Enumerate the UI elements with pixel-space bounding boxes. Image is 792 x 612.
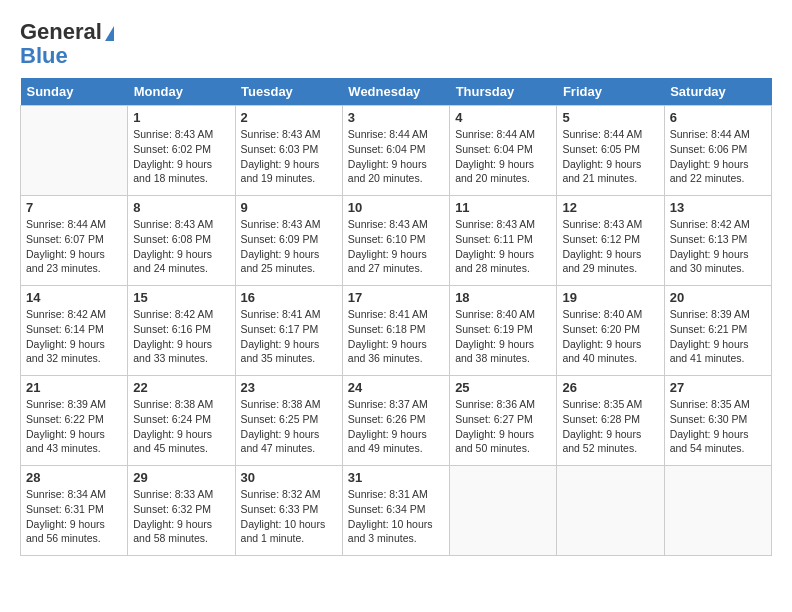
- date-number: 31: [348, 470, 444, 485]
- date-number: 5: [562, 110, 658, 125]
- cell-info: Sunrise: 8:44 AM Sunset: 6:05 PM Dayligh…: [562, 127, 658, 186]
- calendar-cell: 23Sunrise: 8:38 AM Sunset: 6:25 PM Dayli…: [235, 376, 342, 466]
- cell-info: Sunrise: 8:32 AM Sunset: 6:33 PM Dayligh…: [241, 487, 337, 546]
- date-number: 23: [241, 380, 337, 395]
- date-number: 12: [562, 200, 658, 215]
- cell-info: Sunrise: 8:33 AM Sunset: 6:32 PM Dayligh…: [133, 487, 229, 546]
- calendar-cell: 28Sunrise: 8:34 AM Sunset: 6:31 PM Dayli…: [21, 466, 128, 556]
- calendar-cell: 5Sunrise: 8:44 AM Sunset: 6:05 PM Daylig…: [557, 106, 664, 196]
- cell-info: Sunrise: 8:42 AM Sunset: 6:16 PM Dayligh…: [133, 307, 229, 366]
- cell-info: Sunrise: 8:44 AM Sunset: 6:04 PM Dayligh…: [348, 127, 444, 186]
- date-number: 25: [455, 380, 551, 395]
- cell-info: Sunrise: 8:43 AM Sunset: 6:10 PM Dayligh…: [348, 217, 444, 276]
- calendar-cell: 24Sunrise: 8:37 AM Sunset: 6:26 PM Dayli…: [342, 376, 449, 466]
- date-number: 10: [348, 200, 444, 215]
- date-number: 19: [562, 290, 658, 305]
- date-number: 3: [348, 110, 444, 125]
- day-header-wednesday: Wednesday: [342, 78, 449, 106]
- week-row-4: 21Sunrise: 8:39 AM Sunset: 6:22 PM Dayli…: [21, 376, 772, 466]
- calendar-cell: 11Sunrise: 8:43 AM Sunset: 6:11 PM Dayli…: [450, 196, 557, 286]
- date-number: 27: [670, 380, 766, 395]
- calendar-cell: 26Sunrise: 8:35 AM Sunset: 6:28 PM Dayli…: [557, 376, 664, 466]
- date-number: 9: [241, 200, 337, 215]
- calendar-cell: [21, 106, 128, 196]
- cell-info: Sunrise: 8:41 AM Sunset: 6:17 PM Dayligh…: [241, 307, 337, 366]
- cell-info: Sunrise: 8:40 AM Sunset: 6:19 PM Dayligh…: [455, 307, 551, 366]
- cell-info: Sunrise: 8:43 AM Sunset: 6:11 PM Dayligh…: [455, 217, 551, 276]
- calendar-cell: 3Sunrise: 8:44 AM Sunset: 6:04 PM Daylig…: [342, 106, 449, 196]
- calendar-cell: 15Sunrise: 8:42 AM Sunset: 6:16 PM Dayli…: [128, 286, 235, 376]
- calendar-cell: 14Sunrise: 8:42 AM Sunset: 6:14 PM Dayli…: [21, 286, 128, 376]
- cell-info: Sunrise: 8:43 AM Sunset: 6:09 PM Dayligh…: [241, 217, 337, 276]
- logo: General Blue: [20, 20, 114, 68]
- calendar-table: SundayMondayTuesdayWednesdayThursdayFrid…: [20, 78, 772, 556]
- calendar-cell: 31Sunrise: 8:31 AM Sunset: 6:34 PM Dayli…: [342, 466, 449, 556]
- cell-info: Sunrise: 8:43 AM Sunset: 6:02 PM Dayligh…: [133, 127, 229, 186]
- calendar-cell: 21Sunrise: 8:39 AM Sunset: 6:22 PM Dayli…: [21, 376, 128, 466]
- calendar-cell: 29Sunrise: 8:33 AM Sunset: 6:32 PM Dayli…: [128, 466, 235, 556]
- cell-info: Sunrise: 8:34 AM Sunset: 6:31 PM Dayligh…: [26, 487, 122, 546]
- day-header-friday: Friday: [557, 78, 664, 106]
- calendar-cell: 8Sunrise: 8:43 AM Sunset: 6:08 PM Daylig…: [128, 196, 235, 286]
- date-number: 11: [455, 200, 551, 215]
- date-number: 2: [241, 110, 337, 125]
- calendar-cell: [557, 466, 664, 556]
- cell-info: Sunrise: 8:35 AM Sunset: 6:28 PM Dayligh…: [562, 397, 658, 456]
- day-header-monday: Monday: [128, 78, 235, 106]
- date-number: 16: [241, 290, 337, 305]
- cell-info: Sunrise: 8:43 AM Sunset: 6:08 PM Dayligh…: [133, 217, 229, 276]
- week-row-5: 28Sunrise: 8:34 AM Sunset: 6:31 PM Dayli…: [21, 466, 772, 556]
- calendar-cell: 4Sunrise: 8:44 AM Sunset: 6:04 PM Daylig…: [450, 106, 557, 196]
- calendar-cell: 10Sunrise: 8:43 AM Sunset: 6:10 PM Dayli…: [342, 196, 449, 286]
- week-row-3: 14Sunrise: 8:42 AM Sunset: 6:14 PM Dayli…: [21, 286, 772, 376]
- page-header: General Blue: [20, 20, 772, 68]
- calendar-cell: 20Sunrise: 8:39 AM Sunset: 6:21 PM Dayli…: [664, 286, 771, 376]
- calendar-cell: 16Sunrise: 8:41 AM Sunset: 6:17 PM Dayli…: [235, 286, 342, 376]
- calendar-cell: 2Sunrise: 8:43 AM Sunset: 6:03 PM Daylig…: [235, 106, 342, 196]
- logo-blue-text: Blue: [20, 44, 68, 68]
- calendar-cell: 1Sunrise: 8:43 AM Sunset: 6:02 PM Daylig…: [128, 106, 235, 196]
- calendar-cell: 25Sunrise: 8:36 AM Sunset: 6:27 PM Dayli…: [450, 376, 557, 466]
- date-number: 1: [133, 110, 229, 125]
- calendar-cell: 19Sunrise: 8:40 AM Sunset: 6:20 PM Dayli…: [557, 286, 664, 376]
- day-header-sunday: Sunday: [21, 78, 128, 106]
- date-number: 26: [562, 380, 658, 395]
- cell-info: Sunrise: 8:40 AM Sunset: 6:20 PM Dayligh…: [562, 307, 658, 366]
- cell-info: Sunrise: 8:41 AM Sunset: 6:18 PM Dayligh…: [348, 307, 444, 366]
- calendar-cell: [450, 466, 557, 556]
- calendar-cell: 6Sunrise: 8:44 AM Sunset: 6:06 PM Daylig…: [664, 106, 771, 196]
- date-number: 24: [348, 380, 444, 395]
- date-number: 7: [26, 200, 122, 215]
- cell-info: Sunrise: 8:42 AM Sunset: 6:14 PM Dayligh…: [26, 307, 122, 366]
- date-number: 29: [133, 470, 229, 485]
- cell-info: Sunrise: 8:44 AM Sunset: 6:06 PM Dayligh…: [670, 127, 766, 186]
- cell-info: Sunrise: 8:43 AM Sunset: 6:03 PM Dayligh…: [241, 127, 337, 186]
- cell-info: Sunrise: 8:37 AM Sunset: 6:26 PM Dayligh…: [348, 397, 444, 456]
- cell-info: Sunrise: 8:44 AM Sunset: 6:04 PM Dayligh…: [455, 127, 551, 186]
- calendar-cell: 22Sunrise: 8:38 AM Sunset: 6:24 PM Dayli…: [128, 376, 235, 466]
- date-number: 30: [241, 470, 337, 485]
- date-number: 17: [348, 290, 444, 305]
- date-number: 22: [133, 380, 229, 395]
- calendar-cell: 17Sunrise: 8:41 AM Sunset: 6:18 PM Dayli…: [342, 286, 449, 376]
- date-number: 20: [670, 290, 766, 305]
- cell-info: Sunrise: 8:38 AM Sunset: 6:25 PM Dayligh…: [241, 397, 337, 456]
- week-row-2: 7Sunrise: 8:44 AM Sunset: 6:07 PM Daylig…: [21, 196, 772, 286]
- cell-info: Sunrise: 8:44 AM Sunset: 6:07 PM Dayligh…: [26, 217, 122, 276]
- calendar-cell: 13Sunrise: 8:42 AM Sunset: 6:13 PM Dayli…: [664, 196, 771, 286]
- calendar-cell: 30Sunrise: 8:32 AM Sunset: 6:33 PM Dayli…: [235, 466, 342, 556]
- date-number: 18: [455, 290, 551, 305]
- cell-info: Sunrise: 8:36 AM Sunset: 6:27 PM Dayligh…: [455, 397, 551, 456]
- date-number: 13: [670, 200, 766, 215]
- cell-info: Sunrise: 8:42 AM Sunset: 6:13 PM Dayligh…: [670, 217, 766, 276]
- logo-general-text: General: [20, 20, 114, 44]
- header-row: SundayMondayTuesdayWednesdayThursdayFrid…: [21, 78, 772, 106]
- date-number: 21: [26, 380, 122, 395]
- date-number: 14: [26, 290, 122, 305]
- week-row-1: 1Sunrise: 8:43 AM Sunset: 6:02 PM Daylig…: [21, 106, 772, 196]
- calendar-cell: 9Sunrise: 8:43 AM Sunset: 6:09 PM Daylig…: [235, 196, 342, 286]
- date-number: 15: [133, 290, 229, 305]
- cell-info: Sunrise: 8:35 AM Sunset: 6:30 PM Dayligh…: [670, 397, 766, 456]
- cell-info: Sunrise: 8:39 AM Sunset: 6:21 PM Dayligh…: [670, 307, 766, 366]
- calendar-cell: 7Sunrise: 8:44 AM Sunset: 6:07 PM Daylig…: [21, 196, 128, 286]
